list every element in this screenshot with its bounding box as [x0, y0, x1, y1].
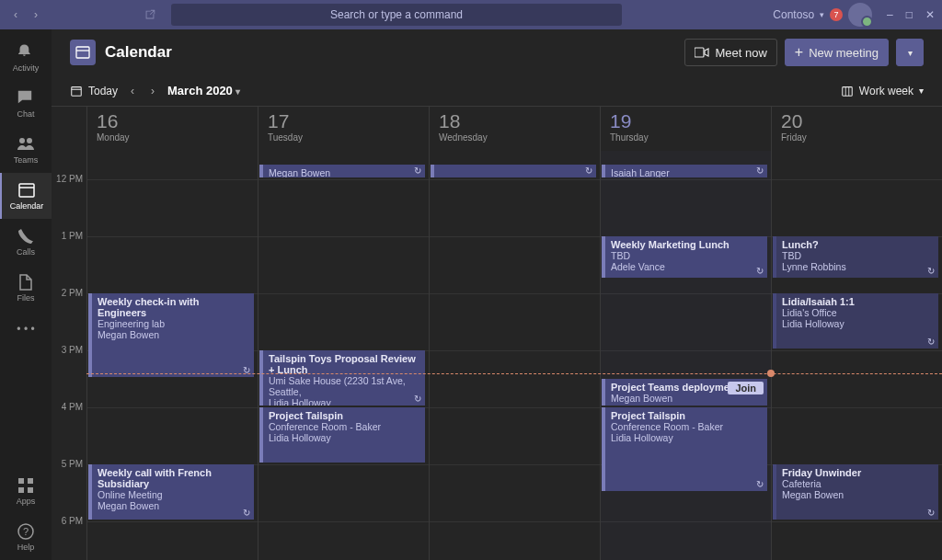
avatar[interactable]	[848, 3, 872, 27]
search-input[interactable]: Search or type a command	[171, 4, 622, 26]
event-organizer: Megan Bowen	[782, 489, 933, 500]
day-number: 17	[268, 110, 419, 132]
today-button[interactable]: Today	[70, 85, 118, 97]
rail-apps[interactable]: Apps	[0, 468, 52, 514]
calendar-event[interactable]: Weekly check-in with EngineersEngineerin…	[88, 293, 254, 377]
calendar-event[interactable]: Lunch?TBDLynne Robbins↻	[773, 236, 938, 278]
event-organizer: Adele Vance	[611, 261, 762, 272]
event-title: Project Tailspin	[611, 410, 762, 421]
meet-now-button[interactable]: Meet now	[684, 39, 776, 66]
rail-teams[interactable]: Teams	[0, 127, 52, 173]
event-subtitle: TBD	[611, 250, 762, 261]
event-title: Weekly check-in with Engineers	[98, 296, 248, 318]
svg-rect-10	[76, 47, 89, 58]
time-label: 3 PM	[52, 345, 83, 355]
day-header[interactable]: 17Tuesday	[258, 107, 429, 151]
calendar-event[interactable]: Weekly call with French SubsidiaryOnline…	[88, 464, 254, 520]
event-title: Friday Unwinder	[782, 467, 933, 478]
rail-calls[interactable]: Calls	[0, 219, 52, 265]
join-button[interactable]: Join	[728, 382, 764, 394]
recurring-icon: ↻	[414, 166, 421, 176]
recurring-icon: ↻	[927, 266, 935, 276]
calendar-event[interactable]: Project TailspinConference Room - BakerL…	[602, 407, 767, 491]
day-column[interactable]	[600, 151, 771, 560]
main: Calendar Meet now + New meeting ▾ Today …	[52, 29, 942, 560]
event-title: Weekly call with French Subsidiary	[98, 467, 248, 489]
day-number: 18	[439, 110, 591, 132]
day-number: 20	[781, 110, 933, 132]
svg-point-1	[27, 138, 32, 143]
svg-rect-4	[18, 478, 24, 484]
forward-icon[interactable]: ›	[28, 8, 44, 21]
next-week-button[interactable]: ›	[147, 85, 158, 97]
time-label: 4 PM	[52, 402, 83, 412]
page-header: Calendar Meet now + New meeting ▾	[52, 29, 942, 75]
org-switcher[interactable]: Contoso ▾ 7	[773, 3, 872, 27]
chevron-down-icon: ▾	[236, 86, 240, 97]
maximize-icon[interactable]: □	[906, 8, 913, 21]
calendar-event[interactable]: ↻	[431, 165, 596, 177]
svg-rect-15	[843, 86, 853, 96]
event-subtitle: Online Meeting	[98, 489, 248, 500]
recurring-icon: ↻	[585, 166, 592, 176]
close-icon[interactable]: ✕	[925, 8, 935, 21]
titlebar: ‹ › Search or type a command Contoso ▾ 7…	[0, 0, 942, 29]
event-subtitle: Umi Sake House (2230 1st Ave, Seattle,	[269, 375, 419, 397]
day-header[interactable]: 19Thursday	[600, 107, 771, 151]
rail-chat[interactable]: Chat	[0, 81, 52, 127]
app-rail: ActivityChatTeamsCalendarCallsFiles• • •…	[0, 29, 52, 560]
event-subtitle: TBD	[782, 250, 933, 261]
recurring-icon: ↻	[756, 266, 764, 276]
rail-label: Help	[17, 543, 35, 552]
activity-icon	[17, 43, 35, 62]
minimize-icon[interactable]: –	[887, 8, 893, 21]
calendar-event[interactable]: Lidia/Isaiah 1:1Lidia's OfficeLidia Holl…	[773, 293, 938, 349]
prev-week-button[interactable]: ‹	[127, 85, 138, 97]
time-label: 12 PM	[52, 174, 83, 184]
back-icon[interactable]: ‹	[7, 8, 24, 21]
calendar-event[interactable]: Project TailspinConference Room - BakerL…	[259, 407, 425, 463]
org-name: Contoso	[773, 8, 814, 21]
event-subtitle: Megan Bowen	[269, 167, 419, 177]
calendar-event[interactable]: Project Teams deploymentMegan BowenJoin	[602, 379, 767, 406]
recurring-icon: ↻	[756, 479, 764, 489]
day-header[interactable]: 20Friday	[771, 107, 942, 151]
month-picker[interactable]: March 2020 ▾	[167, 84, 240, 97]
event-title: Tailspin Toys Proposal Review + Lunch	[269, 353, 419, 375]
svg-text:?: ?	[23, 526, 29, 537]
day-column[interactable]	[429, 151, 600, 560]
day-of-week: Thursday	[610, 132, 762, 143]
day-header[interactable]: 18Wednesday	[429, 107, 600, 151]
rail-label: Teams	[14, 155, 39, 165]
event-organizer: Lidia Holloway	[611, 432, 762, 443]
day-number: 16	[97, 110, 248, 132]
time-label: 1 PM	[52, 231, 83, 241]
calendar-grid[interactable]: Megan Bowen↻↻Isaiah Langer↻Weekly check-…	[86, 151, 942, 560]
event-subtitle: Conference Room - Baker	[611, 421, 762, 432]
day-of-week: Wednesday	[439, 132, 591, 143]
popout-icon[interactable]	[144, 8, 156, 21]
search-placeholder: Search or type a command	[330, 8, 463, 21]
calendar-event[interactable]: Megan Bowen↻	[259, 165, 425, 177]
time-scale: 12 PM1 PM2 PM3 PM4 PM5 PM6 PM	[52, 151, 86, 560]
rail-more[interactable]: • • •	[17, 311, 34, 348]
rail-help[interactable]: ?Help	[0, 514, 52, 560]
calendar-event[interactable]: Weekly Marketing LunchTBDAdele Vance↻	[602, 236, 767, 278]
svg-rect-12	[695, 48, 704, 57]
calendar-event[interactable]: Tailspin Toys Proposal Review + LunchUmi…	[259, 350, 425, 406]
calendar-icon	[17, 181, 36, 200]
calendar-event[interactable]: Isaiah Langer↻	[602, 165, 767, 177]
day-header[interactable]: 16Monday	[86, 107, 258, 151]
rail-label: Chat	[17, 109, 34, 119]
recurring-icon: ↻	[927, 337, 935, 347]
calendar-event[interactable]: Friday UnwinderCafeteriaMegan Bowen↻	[773, 464, 938, 520]
new-meeting-button[interactable]: + New meeting	[785, 39, 889, 66]
plus-icon: +	[795, 47, 803, 58]
view-picker[interactable]: Work week ▾	[841, 85, 924, 97]
rail-activity[interactable]: Activity	[0, 35, 52, 81]
event-organizer: Lidia Holloway	[782, 318, 933, 329]
rail-files[interactable]: Files	[0, 265, 52, 311]
rail-calendar[interactable]: Calendar	[0, 173, 52, 219]
svg-point-0	[19, 138, 25, 143]
new-meeting-dropdown[interactable]: ▾	[896, 39, 924, 66]
